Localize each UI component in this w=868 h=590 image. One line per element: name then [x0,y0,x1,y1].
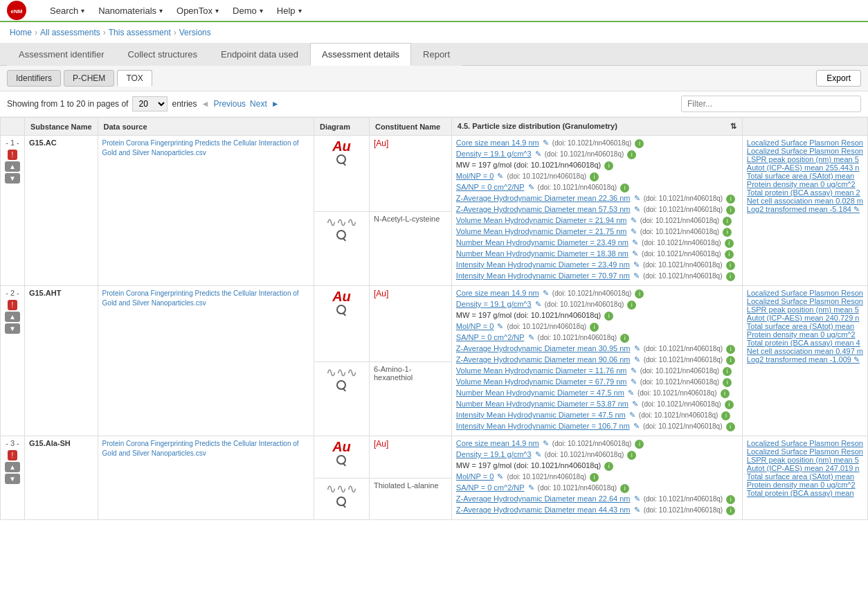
right-entry-link[interactable]: LSPR peak position (nm) mean 5 [747,456,863,464]
edit-icon[interactable]: ✎ [631,216,637,224]
right-entry-link[interactable]: Total protein (BCA assay) mean 2 [747,188,863,197]
breadcrumb-home[interactable]: Home [10,28,32,37]
info-icon[interactable]: i [620,184,629,193]
breadcrumb-versions[interactable]: Versions [179,28,211,37]
info-icon[interactable]: i [627,150,636,159]
search-icon[interactable] [336,380,346,390]
particle-link[interactable]: Mol/NP = 0 [456,172,494,180]
particle-link[interactable]: Number Mean Hydrodynamic Diameter = 23.4… [456,238,629,247]
particle-link[interactable]: Z-Average Hydrodynamic Diameter mean 22.… [456,194,631,202]
particle-link[interactable]: Intensity Mean Hydrodynamic Diameter = 1… [456,422,630,430]
edit-icon[interactable]: ✎ [631,227,637,235]
edit-icon[interactable]: ✎ [497,472,503,481]
info-icon[interactable]: i [726,422,735,431]
up-button[interactable]: ▲ [5,462,20,472]
particle-link[interactable]: Density = 19.1 g/cm^3 [456,450,532,458]
edit-icon[interactable]: ✎ [535,150,541,158]
nav-demo[interactable]: Demo ▾ [226,0,270,21]
edit-icon[interactable]: ✎ [528,483,534,492]
edit-icon[interactable]: ✎ [633,271,640,280]
right-entry-link[interactable]: LSPR peak position (nm) mean 5 [747,155,863,163]
info-icon[interactable]: i [726,206,735,215]
info-icon[interactable]: i [620,484,629,493]
info-icon[interactable]: i [726,195,735,204]
right-entry-link[interactable]: Log2 transformed mean -1.009 ✎ [747,355,863,364]
subtab-identifiers[interactable]: Identifiers [7,70,61,87]
right-entry-link[interactable]: Protein density mean 0 ug/cm^2 [747,180,863,188]
particle-link[interactable]: Volume Mean Hydrodynamic Diameter = 21.7… [456,227,627,235]
right-entry-link[interactable]: Localized Surface Plasmon Reson [747,439,863,447]
edit-icon[interactable]: ✎ [632,400,638,408]
info-icon[interactable]: i [725,250,734,259]
particle-link[interactable]: Volume Mean Hydrodynamic Diameter = 11.7… [456,366,627,375]
particle-link[interactable]: SA/NP = 0 cm^2/NP [456,333,525,341]
nav-help[interactable]: Help ▾ [270,0,309,21]
info-icon[interactable]: i [723,367,732,376]
down-button[interactable]: ▼ [5,323,20,334]
edit-icon[interactable]: ✎ [633,422,640,430]
info-icon[interactable]: i [604,462,613,471]
info-icon[interactable]: i [627,451,636,460]
edit-icon[interactable]: ✎ [631,377,637,386]
info-icon[interactable]: i [726,261,735,270]
delete-button[interactable]: ! [8,450,18,461]
delete-button[interactable]: ! [8,150,18,160]
edit-icon[interactable]: ✎ [535,300,541,308]
search-icon[interactable] [336,497,346,506]
info-icon[interactable]: i [723,378,732,387]
particle-link[interactable]: Mol/NP = 0 [456,322,494,330]
tab-assessment-identifier[interactable]: Assessment identifier [7,43,116,66]
search-icon[interactable] [336,230,346,240]
right-entry-link[interactable]: Net cell association mean 0.028 m [747,197,863,205]
right-entry-link[interactable]: Localized Surface Plasmon Reson [747,147,863,155]
info-icon[interactable]: i [726,506,735,515]
right-entry-link[interactable]: Protein density mean 0 ug/cm^2 [747,330,863,339]
subtab-tox[interactable]: TOX [117,70,152,87]
right-entry-link[interactable]: Total surface area (SAtot) mean [747,172,863,180]
particle-link[interactable]: Volume Mean Hydrodynamic Diameter = 21.9… [456,216,627,224]
search-icon[interactable] [336,305,346,314]
right-entry-link[interactable]: LSPR peak position (nm) mean 5 [747,305,863,314]
info-icon[interactable]: i [723,228,732,237]
right-entry-link[interactable]: Protein density mean 0 ug/cm^2 [747,481,863,489]
particle-link[interactable]: Core size mean 14.9 nm [456,289,539,297]
info-icon[interactable]: i [726,272,735,281]
edit-icon[interactable]: ✎ [497,172,503,180]
prev-button[interactable]: Previous [213,99,246,109]
edit-icon[interactable]: ✎ [543,138,549,147]
info-icon[interactable]: i [627,301,636,310]
edit-icon[interactable]: ✎ [528,333,534,341]
search-icon[interactable] [336,455,346,465]
particle-link[interactable]: Mol/NP = 0 [456,472,494,481]
edit-icon[interactable]: ✎ [629,411,635,419]
tab-endpoint-data[interactable]: Endpoint data used [209,43,310,66]
breadcrumb-all-assessments[interactable]: All assessments [40,28,100,37]
right-entry-link[interactable]: Localized Surface Plasmon Reson [747,138,863,147]
right-entry-link[interactable]: Localized Surface Plasmon Reson [747,447,863,456]
edit-icon[interactable]: ✎ [543,289,549,297]
edit-icon[interactable]: ✎ [543,439,549,447]
edit-icon[interactable]: ✎ [535,450,541,458]
info-icon[interactable]: i [726,495,735,504]
right-entry-link[interactable]: Autot (ICP-AES) mean 247.019 n [747,464,863,472]
particle-link[interactable]: Density = 19.1 g/cm^3 [456,150,532,158]
info-icon[interactable]: i [635,139,644,148]
nav-nanomaterials[interactable]: Nanomaterials ▾ [91,0,170,21]
info-icon[interactable]: i [721,389,730,398]
edit-icon[interactable]: ✎ [634,506,640,514]
right-entry-link[interactable]: Total protein (BCA assay) mean 4 [747,339,863,347]
edit-icon[interactable]: ✎ [632,238,638,247]
particle-link[interactable]: Number Mean Hydrodynamic Diameter = 53.8… [456,400,629,408]
edit-icon[interactable]: ✎ [634,194,640,202]
edit-icon[interactable]: ✎ [634,344,640,352]
info-icon[interactable]: i [726,345,735,354]
particle-link[interactable]: Intensity Mean Hydrodynamic Diameter = 2… [456,260,630,269]
info-icon[interactable]: i [604,312,613,321]
edit-icon[interactable]: ✎ [497,322,503,330]
nav-opentox[interactable]: OpenTox ▾ [170,0,226,21]
particle-link[interactable]: Z-Average Hydrodynamic Diameter mean 57.… [456,205,631,213]
right-entry-link[interactable]: Localized Surface Plasmon Reson [747,297,863,305]
down-button[interactable]: ▼ [5,173,20,184]
particle-link[interactable]: Core size mean 14.9 nm [456,439,539,447]
info-icon[interactable]: i [620,334,629,343]
